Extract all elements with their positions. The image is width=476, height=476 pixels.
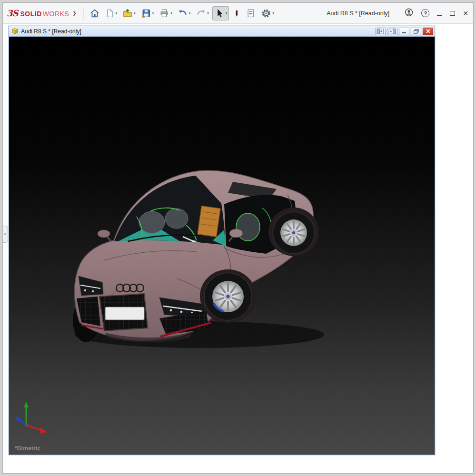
pane-right-icon xyxy=(388,29,396,34)
document-close-button[interactable] xyxy=(423,28,433,35)
user-icon xyxy=(404,8,414,17)
license-plate xyxy=(105,307,144,320)
dropdown-caret[interactable]: ▾ xyxy=(170,11,172,15)
save-icon xyxy=(141,8,151,19)
dropdown-caret[interactable]: ▾ xyxy=(152,11,154,15)
save-button[interactable]: ▾ xyxy=(139,6,156,20)
minimize-icon xyxy=(402,32,406,33)
document-minimize-button[interactable] xyxy=(399,28,409,35)
options-button[interactable]: ▾ xyxy=(259,6,276,20)
account-button[interactable] xyxy=(404,8,414,19)
front-grille[interactable] xyxy=(99,294,148,331)
car-model-render[interactable] xyxy=(9,37,435,455)
rear-wheel[interactable] xyxy=(272,211,315,254)
gear-icon xyxy=(261,8,271,19)
client-area: Audi R8 S * [Read-only] xyxy=(3,24,473,473)
flyout-tab-handle-icon xyxy=(4,233,6,235)
stylus-button[interactable] xyxy=(230,6,243,20)
close-icon xyxy=(426,29,430,33)
undo-icon xyxy=(178,8,188,19)
pane-right-button[interactable] xyxy=(387,28,397,35)
3ds-logo-icon: 3S xyxy=(7,8,18,18)
brand-text-solid: SOLID xyxy=(20,10,42,18)
document-titlebar: Audi R8 S * [Read-only] xyxy=(9,26,435,37)
dropdown-caret[interactable]: ▾ xyxy=(272,11,274,15)
redo-button[interactable]: ▾ xyxy=(194,6,211,20)
select-cursor-icon xyxy=(214,8,225,19)
home-button[interactable] xyxy=(88,6,102,20)
solidworks-window: 3S SOLID WORKS ❯ ▾ xyxy=(2,2,474,474)
print-icon xyxy=(159,8,169,19)
document-properties-button[interactable] xyxy=(244,6,258,20)
new-document-icon xyxy=(105,8,115,19)
document-window-controls xyxy=(374,28,433,35)
left-mirror[interactable] xyxy=(98,230,111,241)
dropdown-caret[interactable]: ▾ xyxy=(116,11,118,15)
app-titlebar: 3S SOLID WORKS ❯ ▾ xyxy=(3,3,473,24)
screen: 3S SOLID WORKS ❯ ▾ xyxy=(0,0,476,476)
feature-pane-flyout-tab[interactable] xyxy=(3,226,8,243)
redo-icon xyxy=(196,8,206,19)
maximize-button[interactable] xyxy=(450,11,455,16)
select-tool-button[interactable]: ▾ xyxy=(212,6,229,20)
view-orientation-label: *Dimetric xyxy=(15,445,41,452)
document-restore-button[interactable] xyxy=(411,28,421,35)
document-title: Audi R8 S * [Read-only] xyxy=(21,28,371,35)
dropdown-caret[interactable]: ▾ xyxy=(226,11,228,15)
home-icon xyxy=(89,8,100,19)
dropdown-caret[interactable]: ▾ xyxy=(207,11,209,15)
toolbar-flyout-arrow[interactable]: ❯ xyxy=(72,10,76,16)
window-controls: ? ✕ xyxy=(404,8,468,19)
document-properties-icon xyxy=(246,8,256,19)
stylus-icon xyxy=(233,8,240,19)
help-button[interactable]: ? xyxy=(421,9,429,17)
undo-button[interactable]: ▾ xyxy=(176,6,193,20)
app-title: Audi R8 S * [Read-only] xyxy=(327,10,389,17)
print-button[interactable]: ▾ xyxy=(157,6,174,20)
dropdown-caret[interactable]: ▾ xyxy=(189,11,191,15)
minimize-button[interactable] xyxy=(437,15,442,16)
toolbar-separator xyxy=(83,7,84,20)
new-document-button[interactable]: ▾ xyxy=(103,6,119,20)
restore-icon xyxy=(414,29,419,34)
close-button[interactable]: ✕ xyxy=(463,10,468,17)
document-window: Audi R8 S * [Read-only] xyxy=(9,26,435,455)
dropdown-caret[interactable]: ▾ xyxy=(134,11,136,15)
open-button[interactable]: ▾ xyxy=(120,6,138,20)
open-folder-icon xyxy=(122,8,133,19)
part-document-icon xyxy=(11,28,19,35)
pane-left-button[interactable] xyxy=(375,28,386,35)
brand-text-works: WORKS xyxy=(43,10,69,18)
graphics-viewport[interactable]: *Dimetric xyxy=(9,37,435,455)
solidworks-logo: 3S SOLID WORKS xyxy=(7,8,69,18)
front-wheel[interactable] xyxy=(204,272,252,321)
pane-left-icon xyxy=(377,29,384,34)
